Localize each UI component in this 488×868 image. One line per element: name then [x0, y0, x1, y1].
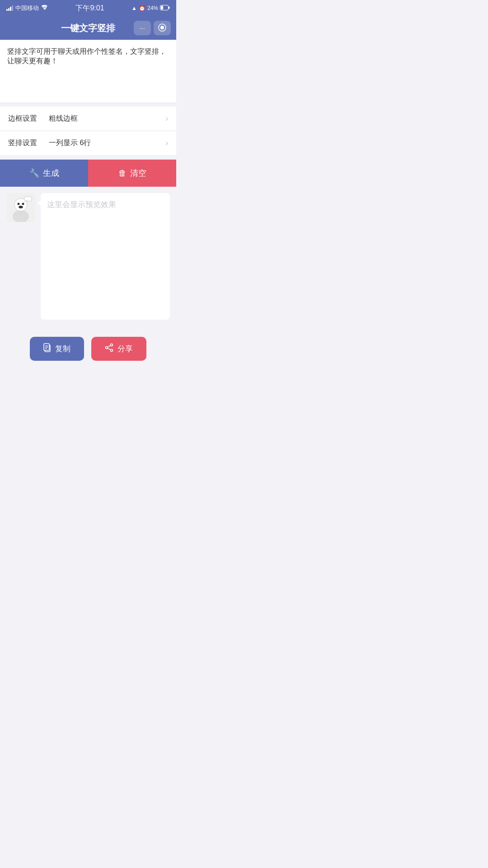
copy-button[interactable]: 复制 — [30, 337, 84, 361]
more-dots-icon: ··· — [140, 24, 145, 32]
preview-placeholder: 这里会显示预览效果 — [47, 200, 116, 209]
trash-icon: 🗑 — [118, 169, 127, 178]
alarm-icon: ⏰ — [139, 5, 145, 11]
battery-icon — [160, 5, 170, 12]
text-input[interactable]: 竖排文字可用于聊天或用作个性签名，文字竖排，让聊天更有趣！ — [7, 47, 169, 92]
status-right: ▲ ⏰ 24% — [131, 5, 170, 12]
svg-point-10 — [19, 206, 23, 208]
clear-button[interactable]: 🗑 清空 — [88, 160, 176, 187]
carrier-label: 中国移动 — [15, 4, 39, 12]
border-setting-label: 边框设置 — [8, 114, 49, 123]
svg-point-19 — [111, 344, 113, 346]
vertical-setting-row[interactable]: 竖排设置 一列显示 6行 › — [0, 131, 176, 155]
border-setting-value: 粗线边框 — [49, 114, 165, 123]
svg-point-4 — [160, 26, 164, 29]
share-button[interactable]: 分享 — [91, 337, 146, 361]
svg-rect-2 — [169, 6, 170, 9]
svg-point-8 — [18, 203, 20, 205]
vertical-setting-label: 竖排设置 — [8, 138, 49, 148]
border-chevron-icon: › — [165, 114, 168, 123]
location-icon: ▲ — [131, 5, 137, 11]
share-label: 分享 — [117, 344, 133, 354]
bottom-buttons: 复制 分享 — [0, 326, 176, 379]
app-title: 一键文字竖排 — [61, 22, 115, 34]
svg-point-20 — [111, 349, 113, 352]
record-icon — [158, 24, 166, 33]
status-bar: 中国移动 下午9:01 ▲ ⏰ 24% — [0, 0, 176, 16]
wrench-icon: 🔧 — [29, 168, 39, 178]
generate-label: 生成 — [43, 168, 59, 179]
border-setting-row[interactable]: 边框设置 粗线边框 › — [0, 107, 176, 131]
header-actions: ··· — [134, 21, 171, 35]
signal-icon — [6, 5, 13, 11]
svg-line-23 — [108, 348, 111, 350]
text-input-area[interactable]: 竖排文字可用于聊天或用作个性签名，文字竖排，让聊天更有趣！ — [0, 40, 176, 103]
copy-icon — [43, 343, 52, 354]
svg-line-22 — [108, 345, 111, 347]
share-icon — [105, 343, 114, 354]
clear-label: 清空 — [130, 168, 146, 179]
battery-label: 24% — [147, 5, 158, 11]
preview-container: ... 这里会显示预览效果 — [6, 193, 170, 320]
preview-section: ... 这里会显示预览效果 — [0, 187, 176, 326]
settings-section: 边框设置 粗线边框 › 竖排设置 一列显示 6行 › — [0, 107, 176, 155]
wifi-icon — [41, 5, 48, 12]
svg-text:...: ... — [25, 198, 28, 201]
preview-bubble: 这里会显示预览效果 — [41, 193, 170, 320]
avatar: ... — [6, 193, 35, 222]
app-header: 一键文字竖排 ··· — [0, 16, 176, 40]
copy-label: 复制 — [55, 344, 70, 354]
svg-rect-1 — [161, 6, 163, 9]
status-time: 下午9:01 — [75, 4, 104, 13]
vertical-setting-value: 一列显示 6行 — [49, 138, 165, 148]
status-left: 中国移动 — [6, 4, 48, 12]
action-buttons: 🔧 生成 🗑 清空 — [0, 160, 176, 187]
vertical-chevron-icon: › — [165, 138, 168, 148]
generate-button[interactable]: 🔧 生成 — [0, 160, 88, 187]
record-button[interactable] — [154, 21, 171, 35]
svg-point-9 — [22, 203, 24, 205]
svg-point-21 — [106, 347, 108, 349]
more-button[interactable]: ··· — [134, 21, 151, 35]
